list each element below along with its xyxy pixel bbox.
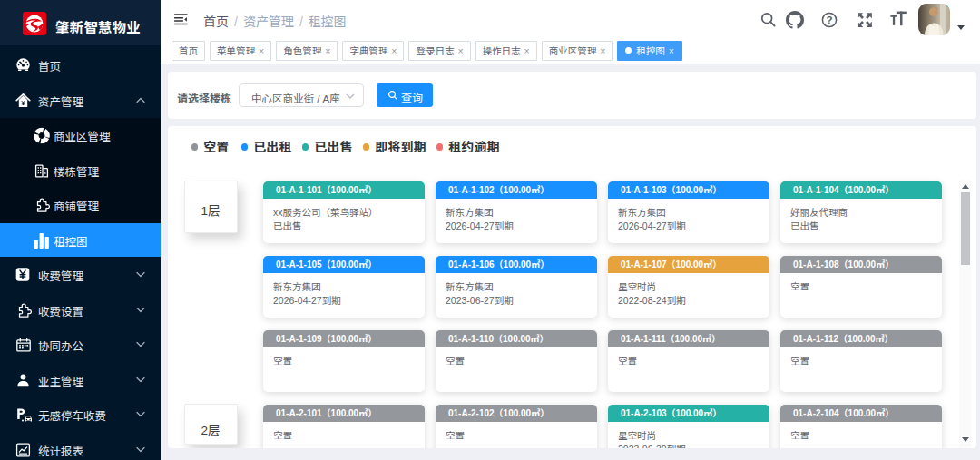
svg-text:?: ? xyxy=(826,15,832,25)
